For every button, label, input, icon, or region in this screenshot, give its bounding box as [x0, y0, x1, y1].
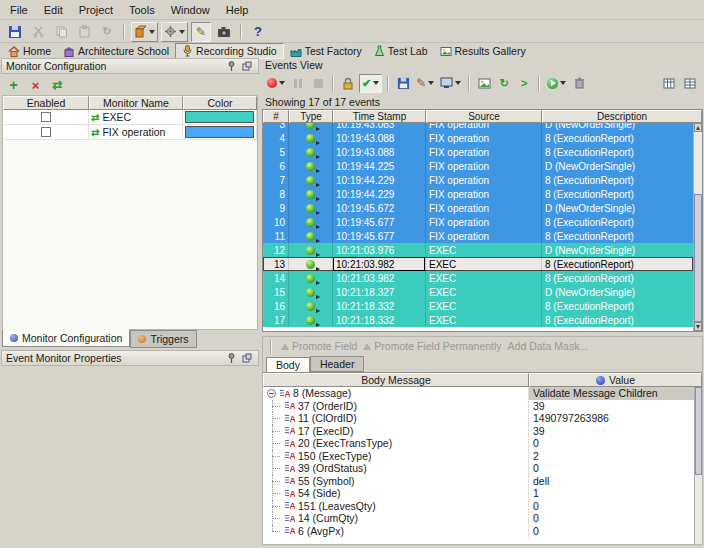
edit-mode-toggle-button[interactable]: ✎: [191, 22, 211, 42]
column-header-color[interactable]: Color: [183, 96, 257, 110]
monitor-row[interactable]: ⇄EXEC: [3, 110, 257, 125]
enabled-checkbox[interactable]: [41, 127, 51, 137]
add-data-mask-button[interactable]: Add Data Mask...: [508, 340, 589, 352]
message-field-row[interactable]: A8 (Message)Validate Message Children: [263, 387, 694, 400]
pin-icon[interactable]: [224, 352, 238, 365]
menu-help[interactable]: Help: [218, 1, 257, 19]
message-field-row[interactable]: A11 (ClOrdID)1490797263986: [263, 412, 694, 425]
step-forward-button[interactable]: >: [515, 74, 533, 93]
events-vertical-scrollbar[interactable]: [693, 123, 702, 331]
message-field-row[interactable]: A54 (Side)1: [263, 487, 694, 500]
promote-field-permanently-button[interactable]: Promote Field Permanently: [363, 340, 501, 352]
edit-event-dropdown-button[interactable]: ✎: [414, 74, 436, 93]
message-field-row[interactable]: A39 (OrdStatus)0: [263, 462, 694, 475]
settings-dropdown-button[interactable]: [161, 22, 188, 42]
menu-window[interactable]: Window: [163, 1, 218, 19]
menu-tools[interactable]: Tools: [121, 1, 163, 19]
scrollbar-thumb[interactable]: [695, 387, 702, 475]
menu-project[interactable]: Project: [71, 1, 121, 19]
event-row-11[interactable]: 1110:19:45.677FIX operation8 (ExecutionR…: [263, 229, 693, 243]
message-field-row[interactable]: A14 (CumQty)0: [263, 512, 694, 525]
column-header-timestamp[interactable]: Time Stamp: [333, 110, 426, 123]
event-row-9[interactable]: 910:19:45.672FIX operationD (NewOrderSin…: [263, 201, 693, 215]
tab-header[interactable]: Header: [310, 356, 364, 372]
export-events-button[interactable]: [475, 74, 493, 93]
save-button[interactable]: [5, 22, 25, 42]
scroll-down-button[interactable]: [694, 322, 702, 331]
event-row-5[interactable]: 510:19:43.088FIX operation8 (ExecutionRe…: [263, 145, 693, 159]
menu-edit[interactable]: Edit: [36, 1, 71, 19]
field-value[interactable]: 1: [529, 487, 694, 500]
message-field-row[interactable]: A17 (ExecID)39: [263, 425, 694, 438]
enabled-checkbox[interactable]: [41, 112, 51, 122]
tab-body[interactable]: Body: [266, 357, 310, 373]
paste-button[interactable]: [74, 22, 94, 42]
field-value[interactable]: 0: [529, 512, 694, 525]
column-header-monitor-name[interactable]: Monitor Name: [89, 96, 183, 110]
scroll-up-button[interactable]: [694, 123, 702, 132]
event-row-10[interactable]: 1010:19:45.677FIX operation8 (ExecutionR…: [263, 215, 693, 229]
tab-triggers[interactable]: Triggers: [130, 330, 196, 348]
column-header-type[interactable]: Type: [289, 110, 333, 123]
scrollbar-thumb[interactable]: [694, 194, 702, 322]
promote-field-button[interactable]: Promote Field: [281, 340, 357, 352]
new-asset-dropdown-button[interactable]: [131, 22, 158, 42]
tab-architecture-school[interactable]: Architecture School: [57, 43, 175, 59]
event-row-14[interactable]: 1410:21:03.982EXEC8 (ExecutionReport): [263, 271, 693, 285]
field-value[interactable]: 0: [529, 525, 694, 538]
event-row-8[interactable]: 810:19:44.229FIX operation8 (ExecutionRe…: [263, 187, 693, 201]
grid-settings-button[interactable]: [681, 74, 699, 93]
event-row-12[interactable]: 1210:21:03.976EXECD (NewOrderSingle): [263, 243, 693, 257]
column-header-description[interactable]: Description: [542, 110, 702, 123]
add-monitor-button[interactable]: +: [5, 77, 22, 94]
tab-home[interactable]: Home: [2, 43, 57, 59]
copy-button[interactable]: [51, 22, 71, 42]
pin-icon[interactable]: [224, 60, 238, 73]
play-dropdown-button[interactable]: [545, 74, 568, 93]
message-field-row[interactable]: A37 (OrderID)39: [263, 400, 694, 413]
field-value[interactable]: 2: [529, 450, 694, 463]
refresh-monitors-button[interactable]: ⇄: [49, 77, 66, 94]
column-header-source[interactable]: Source: [426, 110, 542, 123]
monitor-row[interactable]: ⇄FIX operation: [3, 125, 257, 140]
message-field-row[interactable]: A6 (AvgPx)0: [263, 525, 694, 538]
event-row-15[interactable]: 1510:21:18.327EXECD (NewOrderSingle): [263, 285, 693, 299]
menu-file[interactable]: File: [2, 1, 36, 19]
field-value[interactable]: 0: [529, 500, 694, 513]
field-value[interactable]: 1490797263986: [529, 412, 694, 425]
event-row-4[interactable]: 410:19:43.088FIX operation8 (ExecutionRe…: [263, 131, 693, 145]
monitor-color-cell[interactable]: [183, 110, 257, 124]
screenshot-button[interactable]: [214, 22, 234, 42]
message-field-row[interactable]: A20 (ExecTransType)0: [263, 437, 694, 450]
message-field-row[interactable]: A55 (Symbol)dell: [263, 475, 694, 488]
column-header-number[interactable]: #: [263, 110, 289, 123]
monitor-color-cell[interactable]: [183, 125, 257, 139]
event-row-16[interactable]: 1610:21:18.332EXEC8 (ExecutionReport): [263, 299, 693, 313]
verify-events-dropdown-button[interactable]: ✔: [359, 74, 382, 93]
event-row-3[interactable]: 310:19:43.083FIX operationD (NewOrderSin…: [263, 123, 693, 131]
field-value[interactable]: 0: [529, 462, 694, 475]
lock-events-button[interactable]: [339, 74, 357, 93]
tab-test-lab[interactable]: Test Lab: [368, 43, 434, 59]
delete-monitor-button[interactable]: ×: [27, 77, 44, 94]
event-row-6[interactable]: 610:19:44.225FIX operationD (NewOrderSin…: [263, 159, 693, 173]
event-row-17[interactable]: 1710:21:18.332EXEC8 (ExecutionReport): [263, 313, 693, 327]
record-dropdown-button[interactable]: [265, 74, 287, 93]
field-value[interactable]: 39: [529, 400, 694, 413]
field-value[interactable]: Validate Message Children: [529, 387, 694, 400]
delete-events-button[interactable]: [570, 74, 588, 93]
save-events-button[interactable]: [394, 74, 412, 93]
view-monitor-dropdown-button[interactable]: [438, 74, 463, 93]
tab-test-factory[interactable]: Test Factory: [284, 43, 368, 59]
float-window-icon[interactable]: [240, 60, 254, 73]
stop-button[interactable]: [309, 74, 327, 93]
column-header-value[interactable]: Value: [529, 373, 702, 387]
tab-recording-studio[interactable]: Recording Studio: [175, 43, 284, 59]
column-header-body-message[interactable]: Body Message: [263, 373, 529, 387]
collapse-toggle-icon[interactable]: [267, 389, 276, 398]
cut-button[interactable]: [28, 22, 48, 42]
tab-results-gallery[interactable]: Results Gallery: [434, 43, 532, 59]
event-row-13[interactable]: 1310:21:03.982EXEC8 (ExecutionReport): [263, 257, 693, 271]
message-field-row[interactable]: A151 (LeavesQty)0: [263, 500, 694, 513]
undo-button[interactable]: ↻: [97, 22, 117, 42]
